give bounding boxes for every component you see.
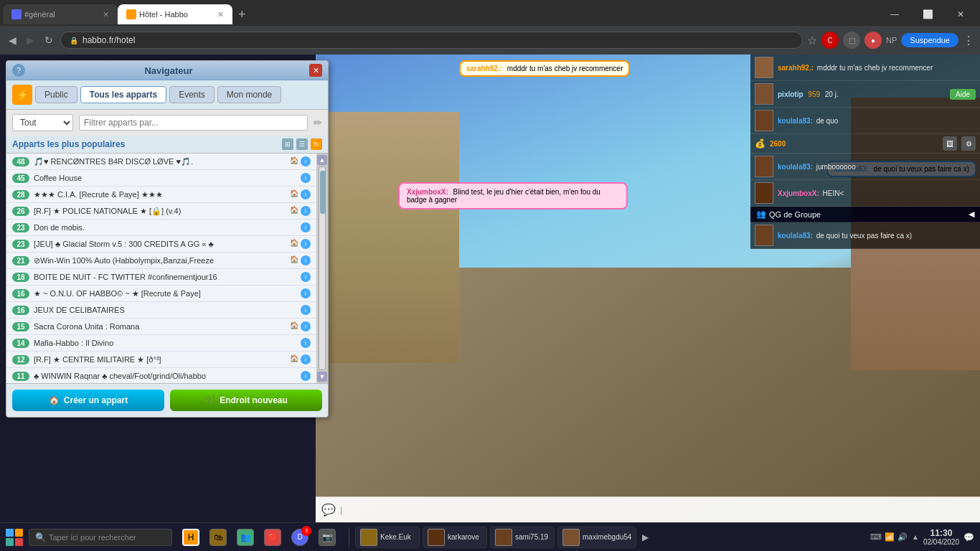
- group-collapse-icon[interactable]: ◀: [969, 209, 974, 219]
- room-home-icon[interactable]: 🏠: [290, 239, 298, 249]
- tab-public[interactable]: Public: [35, 86, 77, 103]
- room-name: JEUX DE CELIBATAIRES: [34, 306, 298, 314]
- room-home-icon[interactable]: 🏠: [290, 189, 298, 199]
- extension-1[interactable]: C: [821, 32, 839, 49]
- taskbar-app-discord[interactable]: D 3: [287, 524, 313, 550]
- more-options-icon[interactable]: ⋮: [963, 34, 974, 47]
- room-info-icon[interactable]: i: [301, 321, 311, 331]
- room-item[interactable]: 12 [R.F] ★ CENTRE MILITAIRE ★ [ð°³] 🏠 i: [6, 352, 316, 368]
- chat-bubble-icon: 💬: [321, 503, 336, 517]
- tab-tous-apparts[interactable]: Tous les apparts: [80, 86, 166, 103]
- room-info-icon[interactable]: i: [301, 189, 311, 199]
- room-item[interactable]: 28 ★★★ C.I.A. [Recrute & Paye] ★★★ 🏠 i: [6, 187, 316, 203]
- url-bar[interactable]: 🔒 habbo.fr/hotel: [60, 32, 803, 49]
- navigator-close-btn[interactable]: ✕: [309, 64, 322, 77]
- room-view-list-icon[interactable]: ☰: [296, 138, 308, 150]
- system-tray: ⌨ 📶 🔊 ▲ 11:30 02/04/2020 💬: [864, 528, 980, 546]
- tab-events[interactable]: Events: [169, 86, 215, 103]
- room-home-icon[interactable]: 🏠: [290, 255, 298, 265]
- scrollbar[interactable]: ▲ ▼: [316, 154, 328, 383]
- taskbar-user-pill[interactable]: maximebgdu54: [557, 527, 636, 548]
- room-icons: 🏠 i: [290, 354, 311, 364]
- tab-mon-monde[interactable]: Mon monde: [217, 86, 281, 103]
- room-name: Sacra Corona Unita : Romana: [34, 322, 287, 331]
- tab-habbo-close[interactable]: ✕: [217, 10, 224, 19]
- refresh-button[interactable]: ↻: [42, 33, 56, 47]
- forward-button[interactable]: ▶: [24, 33, 37, 47]
- room-item[interactable]: 26 [R.F] ★ POLICE NATIONALE ★ [🔒] (v.4) …: [6, 203, 316, 220]
- taskbar-app-habbo3[interactable]: 👥: [232, 524, 258, 550]
- taskbar-app-habbo1[interactable]: H: [178, 524, 204, 550]
- room-home-icon[interactable]: 🏠: [290, 206, 298, 216]
- room-info-icon[interactable]: i: [301, 354, 311, 364]
- room-info-icon[interactable]: i: [301, 272, 311, 282]
- room-item[interactable]: 16 JEUX DE CELIBATAIRES i: [6, 302, 316, 319]
- window-minimize[interactable]: —: [878, 4, 911, 24]
- bookmark-icon[interactable]: ☆: [807, 34, 817, 47]
- room-home-icon[interactable]: 🏠: [290, 156, 298, 166]
- new-tab-button[interactable]: +: [232, 7, 252, 22]
- room-item[interactable]: 16 ★ ~ O.N.U. OF HABBO© ~ ★ [Recrute & P…: [6, 286, 316, 302]
- room-item[interactable]: 23 Don de mobis. i: [6, 220, 316, 236]
- navigator-lightning-icon[interactable]: ⚡: [12, 85, 32, 105]
- window-close[interactable]: ✕: [944, 4, 977, 24]
- room-info-icon[interactable]: i: [301, 222, 311, 232]
- taskbar-search[interactable]: 🔍 Taper ici pour rechercher: [29, 529, 172, 546]
- scroll-down-arrow[interactable]: ▼: [317, 372, 327, 382]
- room-info-icon[interactable]: i: [301, 305, 311, 315]
- chat-input[interactable]: [347, 505, 974, 515]
- room-item[interactable]: 15 Sacra Corona Unita : Romana 🏠 i: [6, 319, 316, 335]
- room-info-icon[interactable]: i: [301, 156, 311, 166]
- room-info-icon[interactable]: i: [301, 239, 311, 249]
- taskbar-user-pill[interactable]: sami75.19: [490, 527, 555, 548]
- room-home-icon[interactable]: 🏠: [290, 354, 298, 364]
- room-item[interactable]: 11 ♣ WINWIN Raqnar ♣ cheval/Foot/grind/O…: [6, 368, 316, 383]
- filter-select[interactable]: Tout Officiel Populaire: [12, 114, 73, 131]
- tab-discord[interactable]: #général ✕: [3, 4, 118, 24]
- profile-button[interactable]: Suspendue: [901, 33, 958, 47]
- scroll-up-arrow[interactable]: ▲: [317, 155, 327, 165]
- room-item[interactable]: 45 Coffee House i: [6, 170, 316, 187]
- xxjumbox-hein-name: XxjumboxX:: [778, 189, 819, 197]
- room-info-icon[interactable]: i: [301, 206, 311, 216]
- taskbar-app-habbo4[interactable]: 🔴: [260, 524, 286, 550]
- room-item[interactable]: 14 Mafia-Habbo : Il Divino i: [6, 335, 316, 352]
- room-item[interactable]: 18 BOITE DE NUIT - FC TWITTER #confineme…: [6, 269, 316, 286]
- tab-habbo[interactable]: Hôtel - Habbo ✕: [118, 4, 232, 24]
- room-item[interactable]: 48 🎵♥ RENCØNTRES B4R DISCØ LØVE ♥🎵. 🏠 i: [6, 154, 316, 170]
- room-info-icon[interactable]: i: [301, 255, 311, 265]
- tray-expand[interactable]: ▲: [912, 533, 919, 541]
- tab-discord-close[interactable]: ✕: [103, 10, 109, 19]
- back-button[interactable]: ◀: [6, 33, 19, 47]
- hud-xxjumbox-hein-row: XxjumboxX: HEIN<: [750, 180, 980, 207]
- create-room-button[interactable]: 🏠 Créer un appart: [12, 390, 164, 411]
- taskbar-next-users-btn[interactable]: ▶: [639, 532, 651, 542]
- notification-center-icon[interactable]: 💬: [963, 532, 974, 542]
- filter-clear-icon[interactable]: ✏: [314, 117, 322, 128]
- room-info-icon[interactable]: i: [301, 371, 311, 381]
- scroll-thumb[interactable]: [320, 171, 326, 214]
- settings-icon-btn-2[interactable]: ⚙: [961, 136, 976, 151]
- room-refresh-icon[interactable]: ↻: [311, 138, 322, 150]
- extension-3[interactable]: ●: [864, 32, 882, 49]
- taskbar-app-camera[interactable]: 📷: [314, 524, 340, 550]
- system-clock: 11:30 02/04/2020: [923, 528, 959, 546]
- taskbar-user-pill[interactable]: Keke.Euk: [355, 527, 420, 548]
- start-button[interactable]: [0, 523, 29, 552]
- room-info-icon[interactable]: i: [301, 338, 311, 348]
- extension-2[interactable]: ⬚: [843, 32, 860, 49]
- room-info-icon[interactable]: i: [301, 173, 311, 183]
- room-item[interactable]: 23 [JEU] ♣ Glacial Storm v.5 : 300 CREDI…: [6, 236, 316, 253]
- navigator-help-icon[interactable]: ?: [12, 64, 25, 77]
- settings-icon-btn-1[interactable]: 🖼: [943, 136, 957, 151]
- taskbar-user-pill[interactable]: karkarove: [423, 527, 487, 548]
- filter-input[interactable]: [79, 115, 308, 131]
- taskbar-app-habbo2[interactable]: 🛍: [205, 524, 231, 550]
- room-info-icon[interactable]: i: [301, 288, 311, 298]
- room-view-grid-icon[interactable]: ⊞: [282, 138, 293, 150]
- window-maximize[interactable]: ⬜: [911, 4, 944, 24]
- room-item[interactable]: 21 ⊘Win-Win 100% Auto (Habbolympix,Banza…: [6, 253, 316, 269]
- room-home-icon[interactable]: 🏠: [290, 321, 298, 331]
- new-place-button[interactable]: 🌿 Endroit nouveau: [170, 390, 322, 411]
- help-button[interactable]: Aide: [950, 89, 976, 100]
